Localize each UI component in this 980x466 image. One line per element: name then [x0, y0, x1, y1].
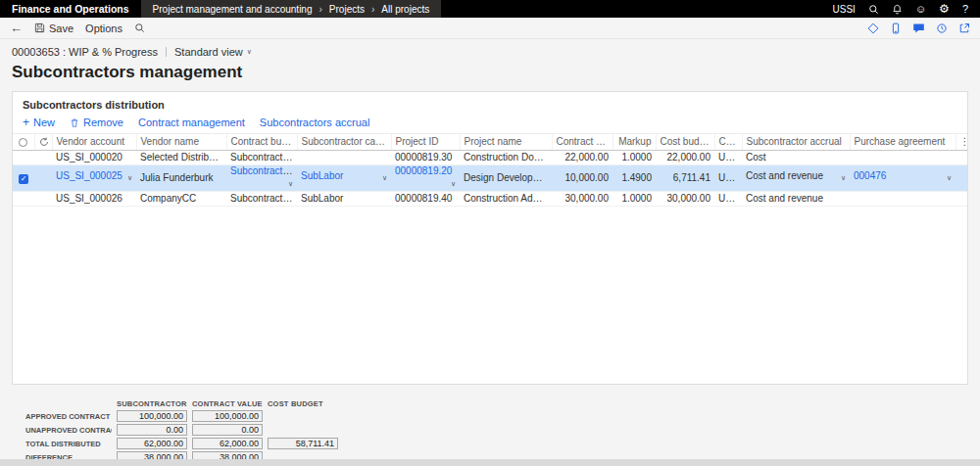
cell-vendor_account[interactable]: US_SI_000025∨ [52, 164, 136, 191]
cell-subcontractor_accrual[interactable]: Cost and revenue∨ [742, 164, 850, 191]
summary-column-header: COST BUDGET [268, 399, 338, 408]
cell-cost_budget[interactable]: 22,000.00 [656, 150, 714, 164]
column-header-markup[interactable]: Markup [612, 134, 656, 150]
new-button[interactable]: + New [23, 116, 55, 128]
cell-vendor_account[interactable]: US_SI_000020 [52, 150, 136, 164]
cell-purchase_agreement[interactable] [850, 191, 956, 206]
options-button[interactable]: Options [85, 23, 122, 34]
summary-field: 58,711.41 [268, 438, 338, 449]
table-row[interactable]: US_SI_000026CompanyCCSubcontractorsSubLa… [13, 191, 967, 206]
back-arrow-icon[interactable]: ← [10, 21, 23, 35]
cell-subcontractor_accrual[interactable]: Cost [742, 150, 850, 164]
company-picker[interactable]: USSI [833, 4, 856, 15]
column-header-purchase_agreement[interactable]: Purchase agreement [850, 134, 956, 150]
chevron-down-icon[interactable]: ∨ [451, 176, 456, 191]
cell-subcontractor_category[interactable] [297, 150, 391, 164]
breadcrumb-item[interactable]: Projects [329, 4, 365, 15]
subcontractors-accrual-button[interactable]: Subcontractors accrual [260, 116, 370, 128]
cell-subcontractor_category[interactable]: SubLabor [297, 191, 391, 206]
cell-project_id[interactable]: 00000819.40 [391, 191, 460, 206]
column-header-subcontractor_category[interactable]: Subcontractor category [297, 134, 391, 150]
summary-panel: SUBCONTRACTORSCONTRACT VALUECOST BUDGETA… [25, 399, 968, 463]
cell-purchase_agreement[interactable]: 000476∨ [850, 164, 956, 191]
remove-button[interactable]: Remove [70, 116, 123, 128]
cell-contract_value[interactable]: 30,000.00 [552, 191, 612, 206]
column-header-project_name[interactable]: Project name [460, 134, 552, 150]
cell-contract_bucket[interactable]: Subcontractors [226, 150, 297, 164]
row-filler [956, 150, 967, 164]
popout-icon[interactable] [958, 23, 970, 34]
column-header-contract_bucket[interactable]: Contract bucket [226, 134, 297, 150]
row-checkbox[interactable] [13, 150, 34, 164]
summary-field-empty [268, 424, 338, 436]
cell-vendor_name[interactable]: Julia Funderburk [136, 164, 226, 191]
messages-icon[interactable] [912, 22, 925, 34]
column-header-subcontractor_accrual[interactable]: Subcontractor accrual [742, 134, 850, 150]
bell-icon[interactable] [892, 4, 903, 15]
chevron-down-icon[interactable]: ∨ [947, 170, 952, 185]
record-context: 00003653 : WIP & % Progress [12, 46, 158, 58]
plus-icon: + [23, 116, 29, 128]
section-title: Subcontractors distribution [13, 92, 967, 115]
cell-purchase_agreement[interactable] [850, 150, 956, 164]
column-header-contract_value[interactable]: Contract v... [552, 134, 612, 150]
column-header-vendor_name[interactable]: Vendor name [136, 134, 226, 150]
chevron-down-icon[interactable]: ∨ [841, 170, 846, 185]
cell-currency[interactable]: USD [714, 164, 742, 191]
cell-project_id[interactable]: 00000819.30 [391, 150, 460, 164]
cell-subcontractor_accrual[interactable]: Cost and revenue [742, 191, 850, 206]
summary-row-label: UNAPPROVED CONTRACT [25, 426, 112, 435]
cell-vendor_name[interactable]: Selected Distributors [136, 150, 226, 164]
table-row[interactable]: ✓US_SI_000025∨Julia FunderburkSubcontrac… [13, 164, 967, 191]
chevron-down-icon[interactable]: ∨ [288, 176, 293, 191]
refresh-button[interactable] [34, 134, 52, 150]
refresh-icon [39, 137, 49, 147]
select-all-checkbox[interactable] [13, 134, 34, 150]
cell-project_name[interactable]: Construction Administrati... [460, 191, 552, 206]
cell-currency[interactable]: USD [714, 150, 742, 164]
cell-contract_value[interactable]: 10,000.00 [552, 164, 612, 191]
cell-subcontractor_category[interactable]: SubLabor∨ [297, 164, 391, 191]
breadcrumb-item[interactable]: All projects [381, 4, 429, 15]
column-header-vendor_account[interactable]: Vendor account [52, 134, 136, 150]
cell-vendor_account[interactable]: US_SI_000026 [52, 191, 136, 206]
cell-contract_bucket[interactable]: Subcontractors [226, 191, 297, 206]
table-row[interactable]: US_SI_000020Selected DistributorsSubcont… [13, 150, 967, 164]
diamond-icon[interactable] [867, 23, 879, 34]
mobile-icon[interactable] [890, 23, 902, 34]
cell-contract_bucket[interactable]: Subcontractors∨ [226, 164, 297, 191]
column-header-currency[interactable]: Cur... [714, 134, 742, 150]
save-button[interactable]: Save [34, 23, 74, 34]
view-switcher[interactable]: Standard view ∨ [174, 46, 252, 58]
search-icon[interactable] [868, 4, 879, 15]
smiley-icon[interactable]: ☺ [915, 4, 926, 15]
app-title[interactable]: Finance and Operations [0, 3, 141, 15]
cell-vendor_name[interactable]: CompanyCC [136, 191, 226, 206]
breadcrumb-item[interactable]: Project management and accounting [153, 4, 313, 15]
help-icon[interactable]: ? [962, 4, 968, 15]
cell-contract_value[interactable]: 22,000.00 [552, 150, 612, 164]
gear-icon[interactable]: ⚙ [939, 3, 950, 15]
row-checkbox[interactable]: ✓ [13, 164, 34, 191]
chevron-down-icon[interactable]: ∨ [127, 170, 132, 185]
history-icon[interactable] [936, 23, 948, 34]
cell-cost_budget[interactable]: 30,000.00 [656, 191, 714, 206]
select-all-circle-icon [19, 138, 27, 147]
cell-markup[interactable]: 1.0000 [612, 191, 656, 206]
column-header-cost_budget[interactable]: Cost budget [656, 134, 714, 150]
cell-markup[interactable]: 1.4900 [612, 164, 656, 191]
row-checkbox[interactable] [13, 191, 34, 206]
grid-more-options-icon[interactable]: ⋮ [956, 134, 967, 150]
breadcrumb-separator-icon: › [371, 4, 374, 15]
cell-markup[interactable]: 1.0000 [612, 150, 656, 164]
cell-cost_budget[interactable]: 6,711.41 [656, 164, 714, 191]
contract-management-button[interactable]: Contract management [138, 116, 245, 128]
bottom-scrollbar-strip[interactable] [0, 459, 980, 466]
cell-project_name[interactable]: Design Development [460, 164, 552, 191]
chevron-down-icon[interactable]: ∨ [382, 170, 387, 185]
cell-currency[interactable]: USD [714, 191, 742, 206]
cell-project_name[interactable]: Construction Documents [460, 150, 552, 164]
cell-project_id[interactable]: 00000819.20∨ [391, 164, 460, 191]
search-icon[interactable] [134, 23, 145, 33]
column-header-project_id[interactable]: Project ID [391, 134, 460, 150]
